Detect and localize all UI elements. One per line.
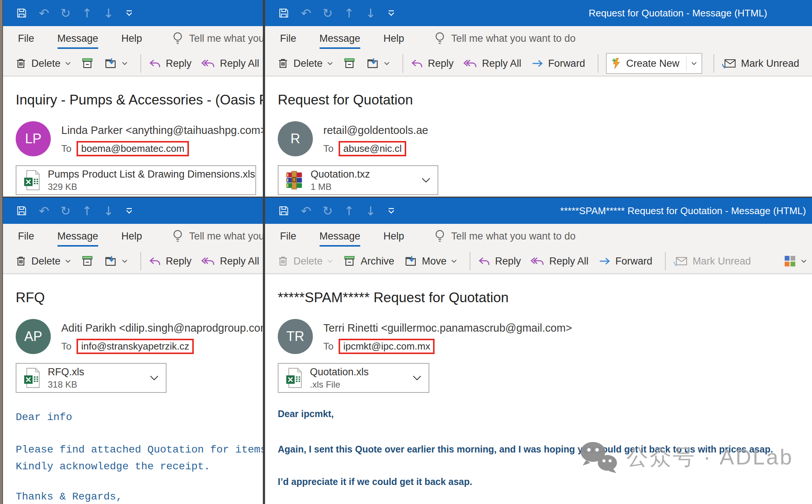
tab-help[interactable]: Help — [121, 231, 142, 242]
move-up-icon[interactable]: ↑ — [344, 205, 354, 217]
tab-help[interactable]: Help — [121, 33, 142, 44]
move-down-icon[interactable]: ↓ — [365, 205, 376, 217]
move-button[interactable] — [104, 57, 128, 70]
attachment-card[interactable]: RFQ.xls 318 KB — [16, 363, 167, 393]
delete-button[interactable]: Delete — [277, 57, 333, 70]
move-down-icon[interactable]: ↓ — [103, 7, 114, 19]
customize-qat-chevron-icon[interactable] — [387, 208, 395, 214]
tell-me-box[interactable]: Tell me what you want to do — [172, 31, 264, 46]
sender-avatar[interactable]: R — [278, 121, 313, 156]
move-up-icon[interactable]: ↑ — [82, 205, 92, 217]
sender-address: retail@goldentools.ae — [323, 121, 428, 137]
forward-icon — [531, 58, 544, 69]
recipient-address-highlighted[interactable]: boema@boematec.com — [77, 141, 189, 156]
archive-icon — [343, 255, 356, 267]
chevron-down-icon — [384, 62, 390, 65]
reply-all-button[interactable]: Reply All — [463, 58, 521, 69]
archive-button[interactable] — [81, 255, 94, 267]
attachment-name: RFQ.xls — [48, 366, 84, 378]
move-folder-icon — [366, 57, 379, 70]
undo-icon[interactable]: ↶ — [301, 205, 311, 217]
archive-button[interactable]: Archive — [343, 255, 394, 267]
tell-me-box[interactable]: Tell me what you want to do — [434, 31, 576, 46]
attachment-options-chevron-icon[interactable] — [421, 177, 431, 183]
reply-button[interactable]: Reply — [149, 256, 192, 267]
menu-bar: File Message Help Tell me what you want … — [265, 26, 812, 51]
tab-help[interactable]: Help — [383, 33, 404, 44]
move-down-icon[interactable]: ↓ — [103, 205, 114, 217]
attachment-name: Quotation.xls — [310, 366, 369, 378]
tell-me-box[interactable]: Tell me what you want to do — [434, 229, 576, 244]
email-subject: Inquiry - Pumps & Accessories - (Oasis P — [16, 92, 263, 108]
tab-file[interactable]: File — [280, 231, 296, 242]
save-icon[interactable] — [278, 205, 290, 217]
undo-icon[interactable]: ↶ — [39, 7, 49, 19]
tab-message[interactable]: Message — [320, 33, 361, 44]
move-button[interactable] — [366, 57, 390, 70]
forward-button[interactable]: Forward — [598, 256, 652, 267]
excel-file-icon — [23, 170, 40, 190]
undo-icon[interactable]: ↶ — [39, 205, 49, 217]
menu-bar: File Message Help Tell me what you want … — [265, 224, 812, 249]
tab-file[interactable]: File — [18, 33, 34, 44]
forward-button[interactable]: Forward — [531, 58, 585, 69]
tab-file[interactable]: File — [18, 231, 34, 242]
sender-avatar[interactable]: LP — [16, 121, 51, 156]
reply-all-button[interactable]: Reply All — [531, 256, 588, 267]
email-subject: Request for Quotation — [278, 92, 812, 108]
redo-icon[interactable]: ↻ — [323, 205, 333, 217]
save-icon[interactable] — [278, 7, 290, 19]
tab-file[interactable]: File — [280, 33, 296, 44]
reply-all-button[interactable]: Reply All — [201, 58, 259, 69]
menu-bar: File Message Help Tell me what you want … — [3, 224, 263, 249]
customize-qat-chevron-icon[interactable] — [125, 208, 133, 214]
reply-button[interactable]: Reply — [478, 256, 521, 267]
redo-icon[interactable]: ↻ — [60, 7, 71, 19]
undo-icon[interactable]: ↶ — [301, 7, 311, 19]
customize-qat-chevron-icon[interactable] — [125, 10, 133, 16]
quick-access-toolbar: ↶ ↻ ↑ ↓ — [3, 205, 133, 217]
move-down-icon[interactable]: ↓ — [365, 7, 376, 19]
move-folder-icon — [104, 57, 117, 70]
recipient-address-highlighted[interactable]: ipcmkt@ipc.com.mx — [339, 339, 435, 354]
view-layout-button[interactable] — [784, 255, 807, 267]
delete-button[interactable]: Delete — [15, 255, 71, 267]
lightbulb-icon — [434, 31, 445, 46]
create-new-button[interactable]: Create New — [606, 53, 702, 74]
attachment-card[interactable]: Quotation.txz 1 MB — [278, 165, 438, 195]
recipient-address-highlighted[interactable]: abuse@nic.cl — [339, 141, 406, 156]
tab-message[interactable]: Message — [320, 231, 361, 242]
attachment-options-chevron-icon[interactable] — [149, 375, 159, 381]
ribbon: Delete Reply Reply All Forward — [3, 51, 263, 76]
tell-me-box[interactable]: Tell me what you want to do — [172, 229, 264, 244]
save-icon[interactable] — [16, 7, 28, 19]
reply-all-button[interactable]: Reply All — [201, 256, 259, 267]
chevron-down-icon[interactable] — [691, 62, 697, 65]
tab-message[interactable]: Message — [57, 33, 99, 44]
reply-button[interactable]: Reply — [149, 58, 192, 69]
move-button[interactable]: Move — [404, 255, 457, 267]
customize-qat-chevron-icon[interactable] — [387, 10, 395, 16]
mark-unread-button[interactable]: Mark Unread — [722, 57, 799, 69]
save-icon[interactable] — [16, 205, 28, 217]
ribbon-separator — [470, 252, 470, 270]
move-up-icon[interactable]: ↑ — [344, 7, 354, 19]
move-button[interactable] — [104, 255, 128, 267]
sender-avatar[interactable]: AP — [16, 319, 51, 354]
trash-icon — [277, 57, 289, 70]
delete-button[interactable]: Delete — [15, 57, 71, 70]
recipient-address-highlighted[interactable]: info@stranskyapetrzik.cz — [77, 339, 193, 354]
archive-button[interactable] — [81, 57, 94, 70]
reply-button[interactable]: Reply — [411, 58, 454, 69]
tab-help[interactable]: Help — [383, 231, 404, 242]
archive-button[interactable] — [343, 57, 356, 70]
tab-message[interactable]: Message — [57, 231, 99, 242]
attachment-options-chevron-icon[interactable] — [412, 375, 422, 381]
sender-avatar[interactable]: TR — [278, 319, 313, 354]
move-up-icon[interactable]: ↑ — [82, 7, 92, 19]
attachment-card[interactable]: Pumps Product List & Drawing Dimensions.… — [16, 165, 256, 195]
attachment-card[interactable]: Quotation.xls .xls File — [278, 363, 429, 393]
redo-icon[interactable]: ↻ — [60, 205, 71, 217]
redo-icon[interactable]: ↻ — [323, 7, 333, 19]
message-window-top-right: ↶ ↻ ↑ ↓ Request for Quotation - Message … — [264, 0, 812, 197]
